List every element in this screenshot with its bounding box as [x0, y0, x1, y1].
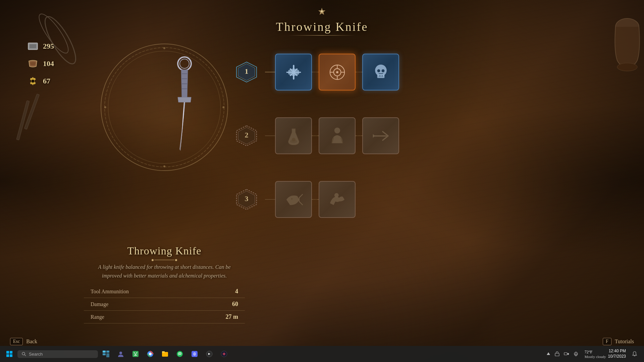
silver-icon: [27, 40, 39, 52]
leather-icon: [27, 58, 39, 70]
upgrade-node-3-1[interactable]: [275, 181, 312, 218]
tier-1-row: 1: [235, 54, 470, 90]
upgrade-node-1-2[interactable]: [319, 54, 356, 90]
stat-ammunition-label: Tool Ammunition: [91, 289, 129, 295]
knife-image: [141, 54, 208, 154]
resource-silver: 295: [27, 40, 54, 52]
svg-point-43: [334, 193, 338, 197]
upgrade-node-1-1[interactable]: [275, 54, 312, 90]
tier-1-connector-2: [312, 72, 319, 72]
item-name: Throwing Knife: [84, 245, 245, 257]
item-divider: [154, 260, 174, 260]
svg-text:2: 2: [245, 131, 249, 139]
page-title: Throwing Knife: [276, 20, 368, 34]
svg-point-6: [321, 10, 323, 12]
item-display: Throwing Knife A light knife balanced fo…: [84, 40, 245, 323]
weather-desc: Mostly cloudy: [585, 355, 606, 359]
svg-rect-67: [555, 353, 559, 356]
stat-damage-value: 60: [232, 301, 238, 308]
svg-rect-59: [162, 351, 165, 353]
upgrade-node-3-2[interactable]: [319, 181, 356, 218]
svg-point-57: [149, 353, 152, 355]
tier-2-connector-3: [356, 135, 362, 136]
tier-3-connector-1: [265, 199, 275, 200]
gear-icon: [27, 75, 39, 87]
resource-gear: 67: [27, 75, 54, 87]
taskbar-app-8[interactable]: [203, 348, 215, 360]
item-description: A light knife balanced for throwing at s…: [91, 263, 238, 280]
taskbar-widgets[interactable]: [100, 348, 112, 360]
resources-panel: 295 104 67: [27, 40, 54, 87]
upgrade-node-1-3[interactable]: [362, 54, 399, 90]
right-decoration: [577, 0, 644, 134]
svg-point-38: [334, 127, 340, 133]
taskbar-system-tray: [542, 351, 583, 357]
taskbar-search-text: Search: [29, 352, 43, 357]
tier-1-connector-3: [356, 72, 362, 72]
resource-leather: 104: [27, 58, 54, 70]
start-button[interactable]: [3, 347, 16, 361]
bottom-nav-right: F Tutorials: [603, 338, 634, 345]
upgrade-node-2-2[interactable]: [319, 117, 356, 154]
svg-rect-46: [6, 354, 9, 357]
svg-line-49: [24, 355, 26, 356]
svg-rect-47: [10, 354, 12, 357]
taskbar-app-9[interactable]: [218, 348, 230, 360]
tier-3-badge: 3: [235, 188, 258, 211]
notification-icon[interactable]: [629, 348, 641, 360]
upgrade-tree: 1: [235, 54, 470, 245]
bottom-nav-left: Esc Back: [10, 338, 37, 345]
taskbar-explorer[interactable]: [159, 348, 171, 360]
svg-point-5: [617, 63, 637, 71]
gear-count: 67: [43, 77, 50, 85]
svg-marker-66: [547, 352, 550, 355]
taskbar-clock[interactable]: 12:40 PM 10/7/2023: [608, 349, 626, 359]
taskbar-spotify[interactable]: [174, 348, 186, 360]
svg-point-42: [291, 198, 292, 199]
svg-point-12: [163, 47, 165, 49]
upgrade-node-2-1[interactable]: [275, 117, 312, 154]
title-ornament-icon: [276, 7, 368, 18]
silver-count: 295: [43, 42, 54, 51]
tier-2-row: 2: [235, 117, 470, 154]
tier-3-row: 3: [235, 181, 470, 218]
taskbar-discord[interactable]: [189, 348, 201, 360]
taskbar-teams[interactable]: [115, 348, 127, 360]
tier-2-connector-1: [265, 135, 275, 136]
taskbar-maps[interactable]: [129, 348, 142, 360]
svg-point-24: [336, 71, 338, 73]
svg-rect-45: [10, 351, 12, 354]
taskbar-search[interactable]: Search: [17, 350, 98, 358]
back-label[interactable]: Back: [26, 339, 37, 345]
svg-point-9: [31, 79, 35, 83]
item-stats: Tool Ammunition 4 Damage 60 Range 27 m: [84, 285, 245, 323]
taskbar-chrome[interactable]: [144, 348, 156, 360]
stat-ammunition: Tool Ammunition 4: [84, 285, 245, 298]
svg-point-62: [194, 354, 195, 355]
svg-point-48: [22, 352, 25, 355]
upgrade-node-2-3[interactable]: [362, 117, 399, 154]
svg-rect-53: [106, 353, 109, 357]
svg-rect-8: [30, 44, 36, 48]
stat-damage: Damage 60: [84, 298, 245, 311]
taskbar-right: 72°F Mostly cloudy 12:40 PM 10/7/2023: [542, 348, 641, 360]
svg-point-14: [163, 165, 165, 167]
svg-text:3: 3: [245, 194, 249, 203]
back-key[interactable]: Esc: [10, 338, 23, 345]
svg-point-54: [119, 352, 122, 354]
tier-2-connector-2: [312, 135, 319, 136]
taskbar-weather[interactable]: 72°F Mostly cloudy: [585, 350, 606, 359]
tutorials-key[interactable]: F: [603, 338, 611, 345]
taskbar: Search: [0, 346, 644, 362]
svg-rect-50: [103, 351, 106, 353]
leather-count: 104: [43, 59, 54, 68]
stat-range-label: Range: [91, 314, 104, 320]
svg-point-60: [177, 351, 183, 357]
svg-point-37: [292, 137, 296, 141]
weather-temp: 72°F: [585, 350, 606, 355]
svg-rect-51: [106, 351, 109, 353]
svg-rect-61: [192, 351, 198, 357]
svg-rect-52: [103, 353, 106, 355]
tutorials-label[interactable]: Tutorials: [615, 339, 634, 345]
svg-rect-68: [564, 353, 567, 355]
